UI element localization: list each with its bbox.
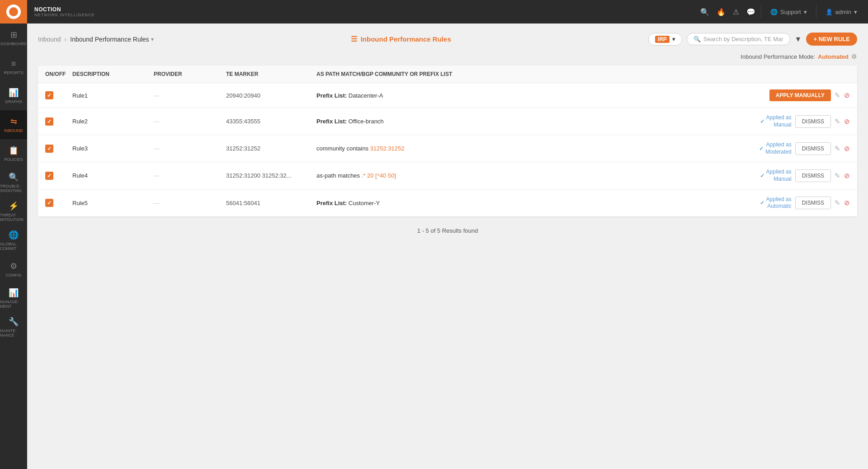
support-button[interactable]: 🌐 Support ▾ [767,9,811,15]
breadcrumb-parent[interactable]: Inbound [38,36,61,43]
rule-actions: ✓ Applied asAutomatic DISMISS ✎ ⊘ [723,196,850,210]
rule-te-marker: 43355:43555 [226,118,316,125]
sidebar-item-global-commit[interactable]: 🌐 GLOBAL COMMIT [0,226,27,255]
rule-description: Rule4 [72,172,154,179]
table-row: Rule5 — 56041:56041 Prefix List: Custome… [38,190,857,216]
rule-as-path: as-path matches .* 20 [^40 50] [316,172,723,179]
results-text: 1 - 5 of 5 Results found [417,227,478,234]
delete-icon[interactable]: ⊘ [844,117,850,126]
sidebar-item-policies[interactable]: 📋 POLICIES [0,139,27,168]
dismiss-button[interactable]: DISMISS [795,197,831,209]
community-link[interactable]: 31252:31252 [370,145,405,152]
status-label: Applied asModerated [765,141,791,155]
col-provider: Provider [154,71,226,77]
sidebar-item-troubleshooting[interactable]: 🔍 TROUBLE-SHOOTING [0,168,27,197]
applied-status: ✓ Applied asManual [742,114,792,128]
performance-mode-bar: Inbound Performance Mode: Automated ⚙ [38,53,857,60]
delete-icon[interactable]: ⊘ [844,145,850,153]
rule-as-path: Prefix List: Customer-Y [316,200,723,206]
row-checkbox[interactable] [45,172,53,180]
edit-icon[interactable]: ✎ [835,145,840,153]
dismiss-button[interactable]: DISMISS [795,115,831,128]
sidebar-item-maintenance[interactable]: 🔧 MAINTE-NANCE [0,313,27,342]
row-checkbox-cell [45,145,72,153]
apply-manually-button[interactable]: APPLY MANUALLY [769,89,831,101]
row-checkbox-cell [45,117,72,126]
graphs-icon: 📊 [9,88,19,98]
sidebar-item-reports[interactable]: ≡ REPORTS [0,52,27,81]
edit-icon[interactable]: ✎ [835,199,840,207]
table-row: Rule3 — 31252:31252 community contains 3… [38,135,857,162]
troubleshooting-icon: 🔍 [9,172,19,182]
row-checkbox[interactable] [45,91,53,99]
edit-icon[interactable]: ✎ [835,91,840,99]
row-checkbox-cell [45,172,72,180]
global-icon: 🌐 [9,230,19,240]
rule-as-path: Prefix List: Datacenter-A [316,92,723,99]
search-box[interactable]: 🔍 Search by Description, TE Mar [687,33,790,45]
breadcrumb: Inbound › Inbound Performance Rules ▾ [38,36,154,43]
sidebar-item-label: GLOBAL COMMIT [0,242,27,251]
col-actions [723,71,850,77]
app-name-text: NOCTION [34,6,95,13]
sidebar-item-inbound[interactable]: ⇋ INBOUND [0,110,27,139]
sidebar-item-label: THREAT MITIGATION [0,213,27,222]
breadcrumb-current-label: Inbound Performance Rules [70,36,149,43]
breadcrumb-current[interactable]: Inbound Performance Rules ▾ [70,36,153,43]
delete-icon[interactable]: ⊘ [844,199,850,207]
support-chevron-icon: ▾ [804,9,807,15]
sidebar-item-graphs[interactable]: 📊 GRAPHS [0,81,27,110]
search-icon[interactable]: 🔍 [700,8,709,16]
rule-te-marker: 31252:31252 [226,145,316,152]
irp-chevron-icon: ▾ [672,36,675,42]
delete-icon[interactable]: ⊘ [844,91,850,99]
filter-icon[interactable]: ▼ [795,35,802,43]
edit-icon[interactable]: ✎ [835,117,840,126]
app-subtitle-text: NETWORK INTELLIGENCE [34,13,95,17]
sidebar-item-config[interactable]: ⚙ CONFIG [0,255,27,284]
gear-icon[interactable]: ⚙ [851,53,857,60]
status-check-icon: ✓ [759,145,764,152]
rule-provider: — [154,118,226,125]
chat-icon[interactable]: 💬 [746,8,755,16]
app-name: NOCTION NETWORK INTELLIGENCE [34,6,95,17]
rule-te-marker: 56041:56041 [226,200,316,206]
status-check-icon: ✓ [760,173,764,179]
row-checkbox[interactable] [45,199,53,207]
management-icon: 📊 [9,288,19,298]
rule-as-path: community contains 31252:31252 [316,145,723,152]
irp-dropdown[interactable]: IRP ▾ [648,33,682,46]
applied-status: ✓ Applied asManual [742,169,792,183]
dismiss-button[interactable]: DISMISS [795,142,831,155]
status-check-icon: ✓ [760,118,764,125]
rule-description: Rule2 [72,118,154,125]
delete-icon[interactable]: ⊘ [844,172,850,180]
topbar-divider [761,5,761,19]
performance-mode-value[interactable]: Automated [818,53,849,60]
sidebar-item-label: REPORTS [4,70,23,75]
new-rule-button[interactable]: + NEW RULE [806,33,857,46]
rule-provider: — [154,172,226,179]
dashboard-icon: ⊞ [10,30,17,40]
search-box-placeholder: Search by Description, TE Mar [703,36,783,42]
rule-description: Rule1 [72,92,154,99]
breadcrumb-chevron-icon: ▾ [151,36,154,42]
fire-icon[interactable]: 🔥 [717,8,726,16]
row-checkbox[interactable] [45,145,53,153]
edit-icon[interactable]: ✎ [835,172,840,180]
topbar-branding: NOCTION NETWORK INTELLIGENCE [34,6,95,17]
header-controls: IRP ▾ 🔍 Search by Description, TE Mar ▼ … [648,33,857,46]
sidebar-item-label: MANAGE-MENT [0,300,27,309]
sidebar-item-threat-mitigation[interactable]: ⚡ THREAT MITIGATION [0,197,27,226]
topbar-icons: 🔍 🔥 ⚠ 💬 [700,8,755,16]
aspath-link[interactable]: .* 20 [^40 50] [362,172,396,179]
alert-icon[interactable]: ⚠ [733,8,739,16]
sidebar-item-management[interactable]: 📊 MANAGE-MENT [0,284,27,313]
admin-button[interactable]: 👤 admin ▾ [822,9,861,15]
dismiss-button[interactable]: DISMISS [795,169,831,182]
rule-provider: — [154,200,226,206]
table-row: Rule4 — 31252:31200 31252:32... as-path … [38,162,857,189]
threat-icon: ⚡ [9,201,19,211]
sidebar-item-dashboard[interactable]: ⊞ DASHBOARD [0,23,27,52]
row-checkbox[interactable] [45,117,53,126]
